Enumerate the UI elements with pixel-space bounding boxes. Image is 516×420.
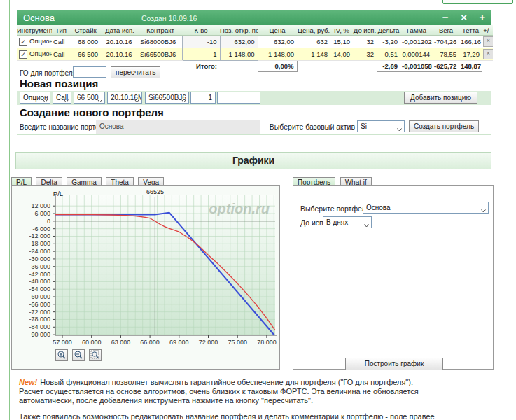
cell-remove: ×	[482, 48, 493, 61]
add-position-button[interactable]: Добавить позицию	[404, 92, 477, 104]
col-days[interactable]: До исп.	[353, 25, 377, 36]
svg-text:-24 000: -24 000	[29, 248, 50, 255]
col-price[interactable]: Цена	[258, 25, 297, 36]
build-chart-button[interactable]: Построить график	[345, 358, 443, 370]
svg-text:66525: 66525	[146, 188, 164, 195]
totals-gamma: -0,001058	[400, 61, 433, 72]
cell-strike: 68 000	[70, 36, 101, 48]
delete-row-icon[interactable]: ×	[483, 36, 493, 47]
col-expiry[interactable]: Дата исп.	[101, 25, 139, 36]
cell-expiry: 20.10.16	[101, 48, 139, 61]
pl-chart-svg: 12 0006 0000-6 000-12 000-18 000-24 000-…	[12, 186, 279, 369]
svg-text:-78 000: -78 000	[29, 316, 50, 323]
base-asset-label: Выберите базовый актив	[262, 122, 355, 131]
col-type[interactable]: Тип	[52, 25, 70, 36]
cell-qty[interactable]: 1	[182, 48, 220, 61]
option-type-select[interactable]: Call	[53, 92, 71, 104]
svg-text:-60 000: -60 000	[29, 293, 50, 300]
charts-section-header: Графики	[15, 152, 491, 169]
col-price-rub[interactable]: Цена, руб.	[297, 25, 330, 36]
col-qty[interactable]: К-во	[182, 25, 220, 36]
portfolio-titlebar: Основа Создан 18.09.16 − × +	[17, 10, 491, 25]
dte-select[interactable]: В днях	[323, 216, 372, 228]
strike-select[interactable]: 66 500	[74, 92, 105, 104]
svg-text:-12 000: -12 000	[29, 232, 50, 239]
table-header-row: Инструмент Тип Страйк Дата исп. Контракт…	[17, 25, 493, 36]
svg-text:-36 000: -36 000	[29, 263, 50, 270]
delete-row-icon[interactable]: ×	[483, 49, 493, 59]
expiry-select[interactable]: 20.10.16M	[107, 92, 142, 104]
price-input[interactable]	[217, 92, 260, 104]
svg-text:57 000: 57 000	[53, 339, 72, 346]
cell-qty[interactable]: -10	[182, 36, 220, 48]
svg-text:6 000: 6 000	[34, 210, 50, 217]
col-contract[interactable]: Контракт	[139, 25, 182, 36]
create-portfolio-button[interactable]: Создать портфель	[409, 120, 479, 132]
cell-instrument: ✓Опцион	[17, 36, 52, 48]
chevron-down-icon	[134, 97, 139, 104]
go-label: ГО для портфеля:	[20, 69, 78, 77]
row-checkbox[interactable]: ✓	[19, 38, 27, 46]
svg-text:-30 000: -30 000	[29, 255, 50, 262]
svg-text:0: 0	[47, 218, 50, 225]
cell-iv: 15,10	[330, 36, 353, 48]
zoom-in-icon	[57, 350, 67, 360]
portfolio-settings-panel: Выберите портфель Основа До исп.: В днях…	[293, 185, 494, 370]
totals-label: Итого:	[182, 61, 220, 72]
cell-delta: -3,20	[377, 36, 400, 48]
right-border-line	[505, 3, 505, 420]
portfolio-name-input[interactable]: Основа	[96, 120, 260, 134]
cell-price: 1 148,00	[258, 48, 297, 61]
cell-theta: -17,29	[459, 48, 482, 61]
col-remove: +/-	[482, 25, 493, 36]
select-portfolio-label: Выберите портфель	[300, 204, 370, 213]
recalc-button[interactable]: пересчитать	[111, 66, 160, 78]
go-value-input[interactable]: --	[73, 66, 106, 78]
minimize-icon[interactable]: −	[438, 10, 453, 25]
svg-text:69 000: 69 000	[169, 339, 189, 346]
base-asset-select[interactable]: Si	[357, 120, 405, 132]
col-vega[interactable]: Вега	[433, 25, 459, 36]
totals-pct: 0,00%	[258, 61, 297, 72]
svg-text:12 000: 12 000	[31, 202, 50, 209]
cell-vega: -704,26	[433, 36, 459, 48]
instrument-select[interactable]: Опцион	[20, 92, 50, 104]
zoom-out-button[interactable]	[72, 349, 85, 361]
svg-text:-84 000: -84 000	[29, 323, 50, 330]
cell-instrument: ✓Опцион	[17, 48, 52, 61]
cell-theta: 166,16	[459, 36, 482, 48]
partial-top-button[interactable]	[442, 0, 513, 4]
row-checkbox[interactable]: ✓	[19, 50, 27, 59]
page: Основа Создан 18.09.16 − × + Инструмент …	[0, 0, 516, 420]
svg-text:-72 000: -72 000	[29, 309, 50, 316]
cell-price-rub: 1 148	[297, 48, 330, 61]
svg-text:option.ru: option.ru	[209, 201, 270, 216]
col-strike[interactable]: Страйк	[70, 25, 101, 36]
col-delta[interactable]: Дельта	[377, 25, 400, 36]
contract-select[interactable]: Si66500BJ6	[145, 92, 189, 104]
new-portfolio-row: Введите название портфеля Основа Выберит…	[17, 120, 491, 135]
zoom-in-button[interactable]	[55, 349, 68, 361]
cell-strike: 66 500	[70, 48, 101, 61]
footer-note-1: New!Новый функционал позволяет вычислять…	[19, 378, 439, 405]
cell-open-price[interactable]: 632,00	[220, 36, 258, 48]
portfolio-window: Основа Создан 18.09.16 − × + Инструмент …	[17, 10, 491, 72]
col-open-price[interactable]: Поз. откр. по	[220, 25, 258, 36]
svg-text:-18 000: -18 000	[29, 240, 50, 247]
new-position-heading: Новая позиция	[20, 78, 98, 90]
col-instrument[interactable]: Инструмент	[17, 25, 52, 36]
col-theta[interactable]: Тетта	[459, 25, 482, 36]
col-iv[interactable]: IV, %	[330, 25, 353, 36]
cell-gamma: 0,000144	[400, 48, 433, 61]
quantity-input[interactable]: 1	[190, 92, 216, 104]
cell-days: 32	[353, 36, 377, 48]
chevron-down-icon	[364, 221, 369, 228]
close-icon[interactable]: ×	[456, 10, 472, 25]
portfolio-select[interactable]: Основа	[363, 202, 489, 214]
cell-open-price[interactable]: 1 148,00	[220, 48, 258, 61]
col-gamma[interactable]: Гамма	[400, 25, 433, 36]
new-position-row: Опцион Call 66 500 20.10.16M Si66500BJ6 …	[17, 91, 491, 105]
zoom-select-button[interactable]	[89, 349, 102, 361]
cell-days: 32	[353, 48, 377, 61]
add-icon[interactable]: +	[475, 10, 490, 25]
